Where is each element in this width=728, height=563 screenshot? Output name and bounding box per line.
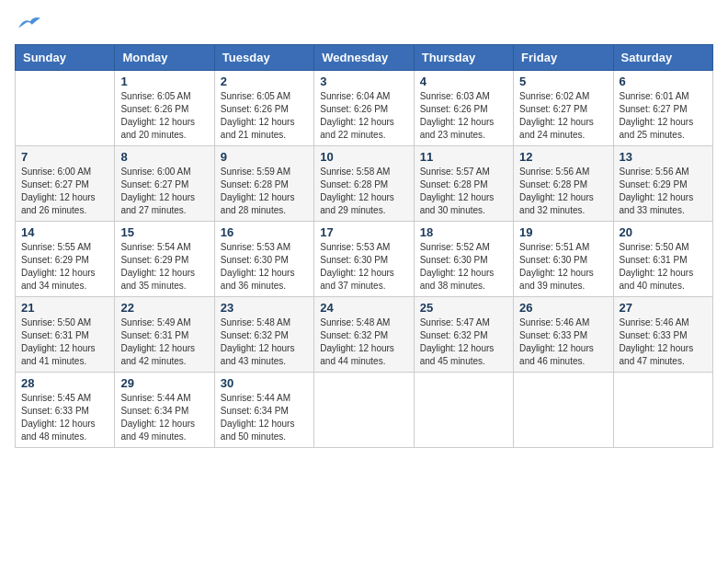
day-info: Sunrise: 5:54 AM Sunset: 6:29 PM Dayligh… (120, 241, 208, 293)
day-info: Sunrise: 5:52 AM Sunset: 6:30 PM Dayligh… (420, 241, 507, 293)
day-number: 26 (519, 301, 607, 315)
day-info: Sunrise: 5:50 AM Sunset: 6:31 PM Dayligh… (21, 316, 108, 368)
calendar-cell: 26Sunrise: 5:46 AM Sunset: 6:33 PM Dayli… (514, 297, 613, 373)
calendar-cell: 15Sunrise: 5:54 AM Sunset: 6:29 PM Dayli… (115, 222, 214, 297)
day-info: Sunrise: 5:49 AM Sunset: 6:31 PM Dayligh… (120, 316, 208, 368)
day-number: 1 (120, 75, 208, 88)
header-saturday: Saturday (613, 45, 712, 71)
header-wednesday: Wednesday (314, 45, 414, 71)
day-number: 18 (420, 225, 507, 239)
calendar-cell: 28Sunrise: 5:45 AM Sunset: 6:33 PM Dayli… (16, 373, 115, 448)
day-info: Sunrise: 6:03 AM Sunset: 6:26 PM Dayligh… (420, 90, 507, 142)
day-info: Sunrise: 5:51 AM Sunset: 6:30 PM Dayligh… (519, 241, 607, 293)
calendar-cell: 21Sunrise: 5:50 AM Sunset: 6:31 PM Dayli… (16, 297, 115, 373)
week-row-2: 7Sunrise: 6:00 AM Sunset: 6:27 PM Daylig… (16, 146, 713, 222)
day-number: 2 (221, 75, 308, 88)
day-info: Sunrise: 5:59 AM Sunset: 6:28 PM Dayligh… (221, 166, 308, 217)
day-info: Sunrise: 6:01 AM Sunset: 6:27 PM Dayligh… (620, 90, 707, 142)
calendar-cell: 12Sunrise: 5:56 AM Sunset: 6:28 PM Dayli… (514, 146, 613, 222)
day-number: 12 (519, 150, 607, 164)
day-info: Sunrise: 5:55 AM Sunset: 6:29 PM Dayligh… (21, 241, 108, 293)
day-info: Sunrise: 5:56 AM Sunset: 6:28 PM Dayligh… (519, 166, 607, 217)
calendar-cell: 8Sunrise: 6:00 AM Sunset: 6:27 PM Daylig… (115, 146, 214, 222)
day-number: 7 (21, 150, 108, 164)
day-info: Sunrise: 5:50 AM Sunset: 6:31 PM Dayligh… (620, 241, 707, 293)
calendar-cell: 30Sunrise: 5:44 AM Sunset: 6:34 PM Dayli… (214, 373, 313, 448)
calendar-cell: 29Sunrise: 5:44 AM Sunset: 6:34 PM Dayli… (115, 373, 214, 448)
day-number: 13 (620, 150, 707, 164)
day-number: 14 (21, 225, 108, 239)
calendar-cell: 24Sunrise: 5:48 AM Sunset: 6:32 PM Dayli… (314, 297, 414, 373)
calendar-cell: 7Sunrise: 6:00 AM Sunset: 6:27 PM Daylig… (16, 146, 115, 222)
header-row: SundayMondayTuesdayWednesdayThursdayFrid… (16, 45, 713, 71)
calendar-cell (613, 373, 712, 448)
calendar-cell: 23Sunrise: 5:48 AM Sunset: 6:32 PM Dayli… (214, 297, 313, 373)
day-info: Sunrise: 6:00 AM Sunset: 6:27 PM Dayligh… (120, 166, 208, 217)
calendar-cell: 4Sunrise: 6:03 AM Sunset: 6:26 PM Daylig… (414, 71, 513, 146)
day-info: Sunrise: 5:44 AM Sunset: 6:34 PM Dayligh… (221, 392, 308, 443)
day-number: 30 (221, 376, 308, 390)
day-number: 16 (221, 225, 308, 239)
calendar-cell (314, 373, 414, 448)
day-info: Sunrise: 5:46 AM Sunset: 6:33 PM Dayligh… (519, 316, 607, 368)
calendar-cell (414, 373, 513, 448)
calendar-cell: 9Sunrise: 5:59 AM Sunset: 6:28 PM Daylig… (214, 146, 313, 222)
logo (15, 15, 42, 33)
week-row-3: 14Sunrise: 5:55 AM Sunset: 6:29 PM Dayli… (16, 222, 713, 297)
day-info: Sunrise: 5:48 AM Sunset: 6:32 PM Dayligh… (221, 316, 308, 368)
day-number: 9 (221, 150, 308, 164)
header-tuesday: Tuesday (214, 45, 313, 71)
day-info: Sunrise: 5:57 AM Sunset: 6:28 PM Dayligh… (420, 166, 507, 217)
day-info: Sunrise: 6:05 AM Sunset: 6:26 PM Dayligh… (120, 90, 208, 142)
day-info: Sunrise: 5:53 AM Sunset: 6:30 PM Dayligh… (320, 241, 407, 293)
calendar-cell: 27Sunrise: 5:46 AM Sunset: 6:33 PM Dayli… (613, 297, 712, 373)
day-number: 20 (620, 225, 707, 239)
calendar-cell: 13Sunrise: 5:56 AM Sunset: 6:29 PM Dayli… (613, 146, 712, 222)
calendar-cell (16, 71, 115, 146)
calendar-cell: 10Sunrise: 5:58 AM Sunset: 6:28 PM Dayli… (314, 146, 414, 222)
day-info: Sunrise: 5:56 AM Sunset: 6:29 PM Dayligh… (620, 166, 707, 217)
day-number: 19 (519, 225, 607, 239)
calendar-cell: 25Sunrise: 5:47 AM Sunset: 6:32 PM Dayli… (414, 297, 513, 373)
week-row-5: 28Sunrise: 5:45 AM Sunset: 6:33 PM Dayli… (16, 373, 713, 448)
day-number: 17 (320, 225, 407, 239)
calendar-cell: 16Sunrise: 5:53 AM Sunset: 6:30 PM Dayli… (214, 222, 313, 297)
calendar-cell: 19Sunrise: 5:51 AM Sunset: 6:30 PM Dayli… (514, 222, 613, 297)
calendar-cell (514, 373, 613, 448)
day-info: Sunrise: 6:05 AM Sunset: 6:26 PM Dayligh… (221, 90, 308, 142)
day-number: 5 (519, 75, 607, 88)
calendar-cell: 11Sunrise: 5:57 AM Sunset: 6:28 PM Dayli… (414, 146, 513, 222)
calendar-cell: 14Sunrise: 5:55 AM Sunset: 6:29 PM Dayli… (16, 222, 115, 297)
calendar-cell: 5Sunrise: 6:02 AM Sunset: 6:27 PM Daylig… (514, 71, 613, 146)
week-row-1: 1Sunrise: 6:05 AM Sunset: 6:26 PM Daylig… (16, 71, 713, 146)
day-number: 6 (620, 75, 707, 88)
day-info: Sunrise: 6:02 AM Sunset: 6:27 PM Dayligh… (519, 90, 607, 142)
day-number: 3 (320, 75, 407, 88)
week-row-4: 21Sunrise: 5:50 AM Sunset: 6:31 PM Dayli… (16, 297, 713, 373)
header-friday: Friday (514, 45, 613, 71)
day-number: 4 (420, 75, 507, 88)
day-number: 27 (620, 301, 707, 315)
calendar-cell: 22Sunrise: 5:49 AM Sunset: 6:31 PM Dayli… (115, 297, 214, 373)
day-number: 21 (21, 301, 108, 315)
calendar-cell: 6Sunrise: 6:01 AM Sunset: 6:27 PM Daylig… (613, 71, 712, 146)
day-info: Sunrise: 5:44 AM Sunset: 6:34 PM Dayligh… (120, 392, 208, 443)
day-number: 8 (120, 150, 208, 164)
day-info: Sunrise: 5:47 AM Sunset: 6:32 PM Dayligh… (420, 316, 507, 368)
day-info: Sunrise: 5:48 AM Sunset: 6:32 PM Dayligh… (320, 316, 407, 368)
day-number: 28 (21, 376, 108, 390)
day-number: 11 (420, 150, 507, 164)
day-number: 22 (120, 301, 208, 315)
day-number: 23 (221, 301, 308, 315)
calendar-cell: 2Sunrise: 6:05 AM Sunset: 6:26 PM Daylig… (214, 71, 313, 146)
calendar-cell: 3Sunrise: 6:04 AM Sunset: 6:26 PM Daylig… (314, 71, 414, 146)
calendar-cell: 17Sunrise: 5:53 AM Sunset: 6:30 PM Dayli… (314, 222, 414, 297)
header-monday: Monday (115, 45, 214, 71)
day-info: Sunrise: 5:46 AM Sunset: 6:33 PM Dayligh… (620, 316, 707, 368)
header-thursday: Thursday (414, 45, 513, 71)
calendar-cell: 18Sunrise: 5:52 AM Sunset: 6:30 PM Dayli… (414, 222, 513, 297)
day-number: 25 (420, 301, 507, 315)
day-number: 24 (320, 301, 407, 315)
day-info: Sunrise: 5:58 AM Sunset: 6:28 PM Dayligh… (320, 166, 407, 217)
calendar-cell: 20Sunrise: 5:50 AM Sunset: 6:31 PM Dayli… (613, 222, 712, 297)
